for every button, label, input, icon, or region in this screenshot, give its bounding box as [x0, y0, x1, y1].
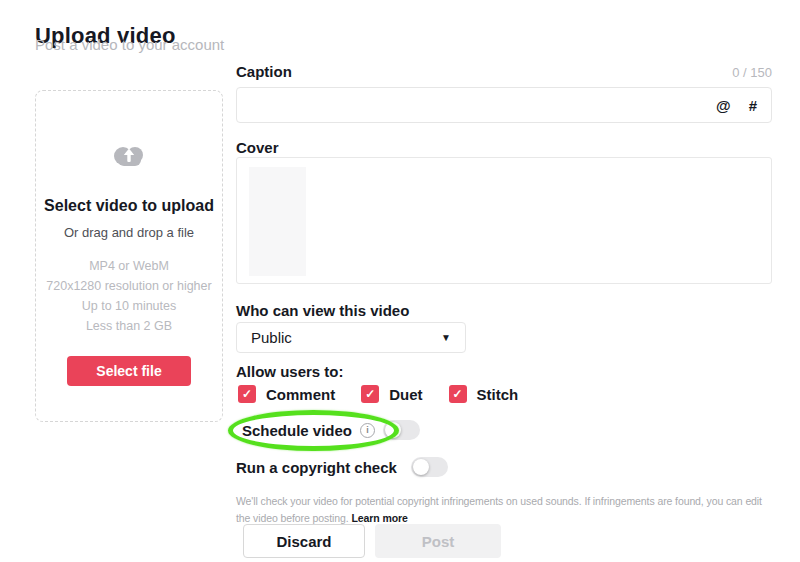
schedule-video-row: Schedule video i: [242, 420, 420, 440]
cloud-upload-icon: [110, 141, 148, 175]
caption-char-counter: 0 / 150: [732, 65, 772, 80]
post-button[interactable]: Post: [375, 524, 501, 558]
copyright-description-text: We'll check your video for potential cop…: [236, 495, 762, 524]
hashtag-icon[interactable]: #: [749, 97, 757, 114]
allow-users-label: Allow users to:: [236, 363, 344, 380]
upload-subheading: Or drag and drop a file: [64, 225, 194, 240]
form-actions: Discard Post: [243, 524, 501, 558]
checkbox-comment[interactable]: ✓ Comment: [238, 385, 335, 403]
copyright-description: We'll check your video for potential cop…: [236, 493, 770, 528]
schedule-video-toggle[interactable]: [383, 420, 420, 440]
upload-spec-duration: Up to 10 minutes: [82, 296, 177, 316]
page-subtitle: Post a video to your account: [35, 36, 224, 53]
copyright-check-label: Run a copyright check: [236, 459, 397, 476]
checkbox-checked-icon[interactable]: ✓: [238, 385, 256, 403]
caption-label: Caption: [236, 63, 292, 80]
visibility-selected-value: Public: [251, 329, 292, 346]
checkbox-duet-label: Duet: [389, 386, 422, 403]
checkbox-stitch-label: Stitch: [477, 386, 519, 403]
cover-label: Cover: [236, 139, 279, 156]
discard-button[interactable]: Discard: [243, 524, 365, 558]
caption-header: Caption 0 / 150: [236, 63, 772, 80]
caption-input[interactable]: [251, 96, 698, 115]
cover-selector[interactable]: [236, 157, 772, 284]
upload-heading: Select video to upload: [44, 197, 214, 215]
checkbox-comment-label: Comment: [266, 386, 335, 403]
toggle-knob: [413, 459, 429, 475]
upload-video-page: Upload video Post a video to your accoun…: [0, 0, 800, 562]
checkbox-stitch[interactable]: ✓ Stitch: [449, 385, 519, 403]
checkbox-duet[interactable]: ✓ Duet: [361, 385, 422, 403]
mention-at-icon[interactable]: @: [716, 97, 731, 114]
schedule-video-label: Schedule video: [242, 422, 352, 439]
allow-options-row: ✓ Comment ✓ Duet ✓ Stitch: [238, 385, 518, 403]
learn-more-link[interactable]: Learn more: [352, 512, 408, 524]
upload-spec-size: Less than 2 GB: [86, 316, 172, 336]
upload-spec-resolution: 720x1280 resolution or higher: [46, 276, 211, 296]
caption-field: @ #: [236, 87, 772, 123]
select-file-button[interactable]: Select file: [67, 356, 191, 386]
visibility-label: Who can view this video: [236, 302, 409, 319]
upload-spec-format: MP4 or WebM: [89, 256, 169, 276]
copyright-check-row: Run a copyright check: [236, 457, 448, 477]
info-icon[interactable]: i: [360, 423, 375, 438]
copyright-check-toggle[interactable]: [411, 457, 448, 477]
checkbox-checked-icon[interactable]: ✓: [361, 385, 379, 403]
cover-thumbnail-placeholder[interactable]: [249, 167, 306, 276]
checkbox-checked-icon[interactable]: ✓: [449, 385, 467, 403]
upload-dropzone[interactable]: Select video to upload Or drag and drop …: [35, 90, 223, 422]
chevron-down-icon: ▼: [441, 332, 451, 343]
visibility-dropdown[interactable]: Public ▼: [236, 322, 466, 353]
toggle-knob: [385, 422, 401, 438]
